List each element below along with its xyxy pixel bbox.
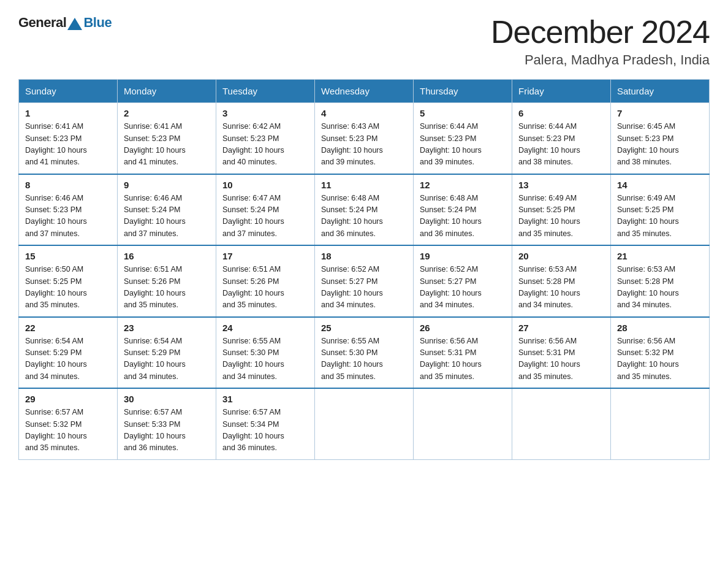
day-info: Sunrise: 6:53 AMSunset: 5:28 PMDaylight:… <box>617 264 703 312</box>
calendar-cell: 25Sunrise: 6:55 AMSunset: 5:30 PMDayligh… <box>315 317 414 389</box>
calendar-cell: 23Sunrise: 6:54 AMSunset: 5:29 PMDayligh… <box>118 317 216 389</box>
day-info: Sunrise: 6:48 AMSunset: 5:24 PMDaylight:… <box>321 193 407 240</box>
calendar-cell: 8Sunrise: 6:46 AMSunset: 5:23 PMDaylight… <box>19 174 118 246</box>
day-info: Sunrise: 6:43 AMSunset: 5:23 PMDaylight:… <box>321 121 407 169</box>
calendar-cell <box>512 388 611 459</box>
calendar-cell <box>315 388 414 459</box>
day-number: 22 <box>25 323 111 333</box>
day-info: Sunrise: 6:51 AMSunset: 5:26 PMDaylight:… <box>222 264 308 312</box>
location-subtitle: Palera, Madhya Pradesh, India <box>491 52 710 68</box>
day-info: Sunrise: 6:45 AMSunset: 5:23 PMDaylight:… <box>617 121 703 169</box>
calendar-cell: 10Sunrise: 6:47 AMSunset: 5:24 PMDayligh… <box>216 174 315 246</box>
day-number: 13 <box>518 180 604 190</box>
day-number: 7 <box>617 108 703 118</box>
day-info: Sunrise: 6:42 AMSunset: 5:23 PMDaylight:… <box>222 121 308 169</box>
day-info: Sunrise: 6:54 AMSunset: 5:29 PMDaylight:… <box>124 335 210 383</box>
day-number: 18 <box>321 251 407 261</box>
day-number: 5 <box>420 108 506 118</box>
column-header-wednesday: Wednesday <box>315 80 414 103</box>
day-info: Sunrise: 6:53 AMSunset: 5:28 PMDaylight:… <box>518 264 604 312</box>
day-number: 30 <box>124 394 210 404</box>
day-number: 2 <box>124 108 210 118</box>
day-number: 27 <box>518 323 604 333</box>
day-info: Sunrise: 6:41 AMSunset: 5:23 PMDaylight:… <box>124 121 210 169</box>
calendar-cell: 14Sunrise: 6:49 AMSunset: 5:25 PMDayligh… <box>611 174 710 246</box>
logo-general-text: General <box>18 15 66 31</box>
page-header: General Blue December 2024 Palera, Madhy… <box>18 15 710 68</box>
day-number: 16 <box>124 251 210 261</box>
day-info: Sunrise: 6:57 AMSunset: 5:32 PMDaylight:… <box>25 407 111 454</box>
day-number: 10 <box>222 180 308 190</box>
day-info: Sunrise: 6:46 AMSunset: 5:24 PMDaylight:… <box>124 193 210 240</box>
day-number: 23 <box>124 323 210 333</box>
calendar-cell: 2Sunrise: 6:41 AMSunset: 5:23 PMDaylight… <box>118 103 216 174</box>
calendar-cell: 28Sunrise: 6:56 AMSunset: 5:32 PMDayligh… <box>611 317 710 389</box>
calendar-cell: 29Sunrise: 6:57 AMSunset: 5:32 PMDayligh… <box>19 388 118 459</box>
day-number: 11 <box>321 180 407 190</box>
calendar-cell: 13Sunrise: 6:49 AMSunset: 5:25 PMDayligh… <box>512 174 611 246</box>
day-info: Sunrise: 6:50 AMSunset: 5:25 PMDaylight:… <box>25 264 111 312</box>
calendar-table: SundayMondayTuesdayWednesdayThursdayFrid… <box>18 79 710 460</box>
day-number: 15 <box>25 251 111 261</box>
day-info: Sunrise: 6:56 AMSunset: 5:32 PMDaylight:… <box>617 335 703 383</box>
day-info: Sunrise: 6:52 AMSunset: 5:27 PMDaylight:… <box>321 264 407 312</box>
day-number: 6 <box>518 108 604 118</box>
day-number: 21 <box>617 251 703 261</box>
day-number: 4 <box>321 108 407 118</box>
calendar-cell: 21Sunrise: 6:53 AMSunset: 5:28 PMDayligh… <box>611 245 710 317</box>
calendar-week-row: 15Sunrise: 6:50 AMSunset: 5:25 PMDayligh… <box>19 245 710 317</box>
calendar-cell: 20Sunrise: 6:53 AMSunset: 5:28 PMDayligh… <box>512 245 611 317</box>
day-info: Sunrise: 6:41 AMSunset: 5:23 PMDaylight:… <box>25 121 111 169</box>
calendar-cell: 30Sunrise: 6:57 AMSunset: 5:33 PMDayligh… <box>118 388 216 459</box>
day-info: Sunrise: 6:46 AMSunset: 5:23 PMDaylight:… <box>25 193 111 240</box>
day-info: Sunrise: 6:47 AMSunset: 5:24 PMDaylight:… <box>222 193 308 240</box>
day-info: Sunrise: 6:49 AMSunset: 5:25 PMDaylight:… <box>518 193 604 240</box>
day-number: 24 <box>222 323 308 333</box>
day-info: Sunrise: 6:44 AMSunset: 5:23 PMDaylight:… <box>518 121 604 169</box>
calendar-week-row: 22Sunrise: 6:54 AMSunset: 5:29 PMDayligh… <box>19 317 710 389</box>
calendar-week-row: 1Sunrise: 6:41 AMSunset: 5:23 PMDaylight… <box>19 103 710 174</box>
day-number: 17 <box>222 251 308 261</box>
calendar-cell <box>414 388 512 459</box>
day-number: 28 <box>617 323 703 333</box>
calendar-week-row: 8Sunrise: 6:46 AMSunset: 5:23 PMDaylight… <box>19 174 710 246</box>
calendar-cell: 26Sunrise: 6:56 AMSunset: 5:31 PMDayligh… <box>414 317 512 389</box>
day-info: Sunrise: 6:52 AMSunset: 5:27 PMDaylight:… <box>420 264 506 312</box>
calendar-cell <box>611 388 710 459</box>
logo: General Blue <box>18 15 112 31</box>
title-block: December 2024 Palera, Madhya Pradesh, In… <box>491 15 710 68</box>
column-header-thursday: Thursday <box>414 80 512 103</box>
column-header-saturday: Saturday <box>611 80 710 103</box>
day-number: 9 <box>124 180 210 190</box>
calendar-cell: 12Sunrise: 6:48 AMSunset: 5:24 PMDayligh… <box>414 174 512 246</box>
day-info: Sunrise: 6:57 AMSunset: 5:34 PMDaylight:… <box>222 407 308 454</box>
day-info: Sunrise: 6:51 AMSunset: 5:26 PMDaylight:… <box>124 264 210 312</box>
column-header-tuesday: Tuesday <box>216 80 315 103</box>
day-number: 8 <box>25 180 111 190</box>
calendar-cell: 17Sunrise: 6:51 AMSunset: 5:26 PMDayligh… <box>216 245 315 317</box>
day-number: 19 <box>420 251 506 261</box>
calendar-cell: 4Sunrise: 6:43 AMSunset: 5:23 PMDaylight… <box>315 103 414 174</box>
logo-blue-text: Blue <box>83 15 112 31</box>
day-info: Sunrise: 6:48 AMSunset: 5:24 PMDaylight:… <box>420 193 506 240</box>
day-info: Sunrise: 6:44 AMSunset: 5:23 PMDaylight:… <box>420 121 506 169</box>
calendar-cell: 22Sunrise: 6:54 AMSunset: 5:29 PMDayligh… <box>19 317 118 389</box>
calendar-cell: 15Sunrise: 6:50 AMSunset: 5:25 PMDayligh… <box>19 245 118 317</box>
day-number: 26 <box>420 323 506 333</box>
day-info: Sunrise: 6:55 AMSunset: 5:30 PMDaylight:… <box>321 335 407 383</box>
calendar-cell: 24Sunrise: 6:55 AMSunset: 5:30 PMDayligh… <box>216 317 315 389</box>
calendar-cell: 3Sunrise: 6:42 AMSunset: 5:23 PMDaylight… <box>216 103 315 174</box>
day-number: 1 <box>25 108 111 118</box>
calendar-cell: 27Sunrise: 6:56 AMSunset: 5:31 PMDayligh… <box>512 317 611 389</box>
calendar-header-row: SundayMondayTuesdayWednesdayThursdayFrid… <box>19 80 710 103</box>
day-number: 20 <box>518 251 604 261</box>
day-number: 12 <box>420 180 506 190</box>
day-info: Sunrise: 6:56 AMSunset: 5:31 PMDaylight:… <box>420 335 506 383</box>
day-info: Sunrise: 6:56 AMSunset: 5:31 PMDaylight:… <box>518 335 604 383</box>
column-header-sunday: Sunday <box>19 80 118 103</box>
calendar-cell: 1Sunrise: 6:41 AMSunset: 5:23 PMDaylight… <box>19 103 118 174</box>
calendar-week-row: 29Sunrise: 6:57 AMSunset: 5:32 PMDayligh… <box>19 388 710 459</box>
calendar-cell: 9Sunrise: 6:46 AMSunset: 5:24 PMDaylight… <box>118 174 216 246</box>
day-number: 14 <box>617 180 703 190</box>
calendar-cell: 7Sunrise: 6:45 AMSunset: 5:23 PMDaylight… <box>611 103 710 174</box>
